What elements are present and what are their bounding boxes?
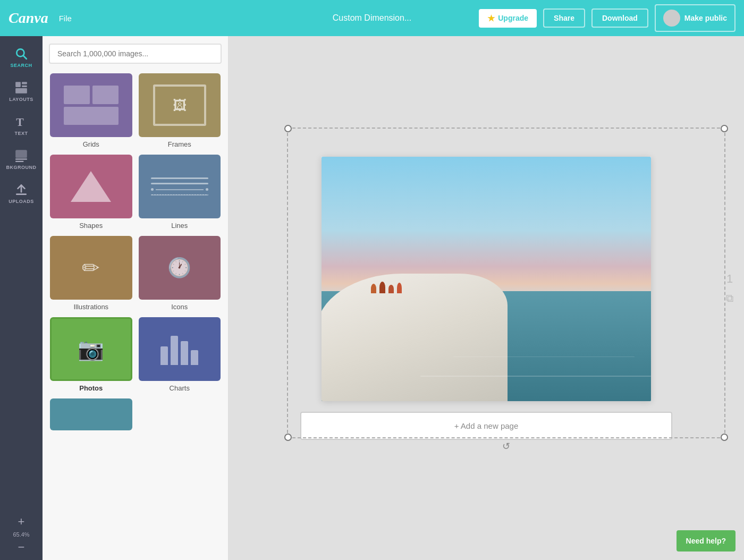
sidebar-item-text[interactable]: T TEXT [0,108,43,142]
icon-sidebar: SEARCH LAYOUTS T TEXT BK [0,36,43,560]
grid-item-shapes[interactable]: Shapes [50,155,132,230]
main-layout: SEARCH LAYOUTS T TEXT BK [0,36,744,560]
rotate-handle[interactable]: ↺ [502,440,510,452]
text-icon: T [14,115,28,129]
file-menu[interactable]: File [59,14,72,23]
sidebar-item-background[interactable]: BKGROUND [0,142,43,176]
svg-rect-4 [22,86,27,87]
photos-thumbnail: 📷 [50,317,132,381]
page-indicator: 1 ⧉ [726,272,733,304]
grid-item-grids[interactable]: Grids [50,73,132,148]
zoom-controls: + 65.4% − [0,513,43,560]
avatar [663,10,680,27]
svg-rect-2 [15,82,21,87]
canvas-area: 1 ⧉ ↺ [229,36,744,560]
panel: Grids 🖼 Frames Shapes [43,36,229,560]
charts-thumbnail [139,317,221,381]
sidebar-item-layouts[interactable]: LAYOUTS [0,74,43,108]
search-icon [14,47,28,61]
illustrations-label: Illustrations [73,303,108,311]
camera-icon: 📷 [78,337,104,362]
need-help-button[interactable]: Need help? [677,530,735,551]
shapes-label: Shapes [79,222,103,230]
charts-label: Charts [170,384,190,392]
icons-label: Icons [171,303,188,311]
svg-text:T: T [16,116,24,129]
icons-thumbnail: 🕐 [139,236,221,300]
document-title[interactable]: Custom Dimension... [333,13,412,23]
zoom-out-button[interactable]: − [11,539,32,556]
handle-top-right[interactable] [721,125,728,132]
zoom-in-button[interactable]: + [11,513,32,530]
share-button[interactable]: Share [543,9,585,28]
canvas-photo [322,157,651,401]
grid-item-icons[interactable]: 🕐 Icons [139,236,221,311]
canva-logo: Canva [9,10,48,27]
svg-rect-7 [15,150,27,158]
topbar: Canva File Custom Dimension... ★ Upgrade… [0,0,744,36]
design-canvas[interactable] [322,157,651,401]
text-label: TEXT [14,131,28,136]
canvas-wrapper: ↺ [322,157,651,401]
illustrations-thumbnail: ✏ [50,236,132,300]
grids-thumbnail [50,73,132,137]
grid-item-frames[interactable]: 🖼 Frames [139,73,221,148]
search-label: SEARCH [10,63,32,68]
search-input[interactable] [49,44,222,64]
grid-item-lines[interactable]: Lines [139,155,221,230]
upgrade-button[interactable]: ★ Upgrade [479,9,537,28]
photos-label: Photos [79,384,103,392]
grids-label: Grids [83,140,99,148]
last-thumbnail [50,398,132,430]
sidebar-item-uploads[interactable]: UPLOADS [0,176,43,210]
frames-thumbnail: 🖼 [139,73,221,137]
sidebar-item-search[interactable]: SEARCH [0,40,43,74]
frames-label: Frames [168,140,191,148]
lines-thumbnail [139,155,221,218]
svg-rect-5 [15,88,27,94]
svg-line-1 [23,56,27,59]
uploads-label: UPLOADS [9,199,34,204]
layouts-label: LAYOUTS [9,97,33,102]
star-icon: ★ [487,13,495,23]
people-group [371,282,402,293]
grid-item-last[interactable] [50,398,132,430]
duplicate-icon[interactable]: ⧉ [726,292,733,304]
handle-bottom-right[interactable] [721,434,728,441]
background-icon [14,149,28,163]
lines-label: Lines [171,222,188,230]
handle-bottom-left[interactable] [284,434,292,441]
shapes-thumbnail [50,155,132,218]
grid-item-illustrations[interactable]: ✏ Illustrations [50,236,132,311]
background-label: BKGROUND [6,165,37,170]
handle-top-left[interactable] [284,125,292,132]
page-number: 1 [726,272,733,286]
search-bar [43,36,228,69]
svg-rect-3 [22,82,27,84]
zoom-value: 65.4% [13,531,29,538]
grid-item-photos[interactable]: 📷 Photos [50,317,132,392]
layouts-icon [14,81,28,95]
make-public-button[interactable]: Make public [655,4,735,32]
uploads-icon [14,183,28,197]
add-page-button[interactable]: + Add a new page [300,412,672,440]
items-grid: Grids 🖼 Frames Shapes [43,69,228,438]
download-button[interactable]: Download [591,9,648,28]
grid-item-charts[interactable]: Charts [139,317,221,392]
